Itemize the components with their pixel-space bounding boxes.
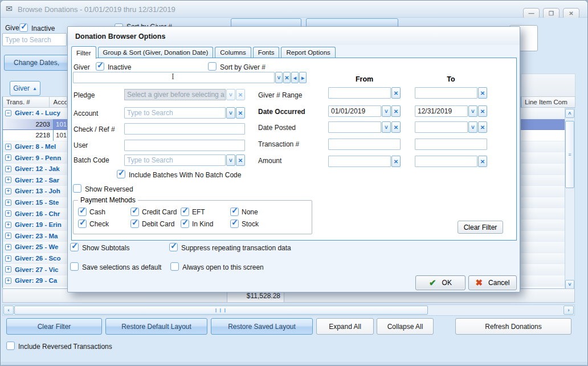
tree-group-row[interactable]: +Giver: 23 - Ma <box>3 231 67 242</box>
scroll-up-button[interactable]: ˄ <box>565 109 574 118</box>
collapse-all-button[interactable]: Collapse All <box>377 318 434 335</box>
clear-button[interactable]: ✕ <box>391 105 401 117</box>
clear-button[interactable]: ✕ <box>391 87 401 99</box>
tree-transaction-row[interactable]: 2203 101 <box>3 119 67 131</box>
batch-code-dropdown-button[interactable]: ˅ <box>226 154 235 166</box>
show-subtotals-checkbox[interactable]: ✓ <box>70 243 79 251</box>
column-header-line-item-comment[interactable]: Line Item Com <box>521 97 567 107</box>
clear-button[interactable]: ✕ <box>478 156 487 167</box>
clear-filter-button[interactable]: Clear Filter <box>6 318 102 335</box>
expand-icon[interactable]: + <box>5 166 11 172</box>
tree-group-row[interactable]: +Giver: 13 - Joh <box>3 186 67 197</box>
inactive-checkbox-bg[interactable]: ✓ <box>19 23 28 32</box>
check-ref-input[interactable] <box>124 123 245 135</box>
expand-icon[interactable]: + <box>5 188 11 194</box>
ok-button[interactable]: ✔ OK <box>415 275 466 290</box>
batch-code-input[interactable] <box>124 154 226 166</box>
horizontal-scrollbar[interactable]: ‹ ❙❙❙ › <box>2 304 575 316</box>
expand-icon[interactable]: + <box>5 144 11 150</box>
expand-icon[interactable]: + <box>5 210 11 217</box>
debit-card-checkbox[interactable]: ✓ <box>130 219 139 228</box>
stock-checkbox[interactable]: ✓ <box>230 219 239 228</box>
giver-dropdown-button[interactable]: ˅ <box>275 72 283 83</box>
giver-clear-button[interactable]: ✕ <box>283 72 291 83</box>
horizontal-scrollbar-thumb[interactable]: ❙❙❙ <box>14 306 428 315</box>
tree-group-row[interactable]: +Giver: 15 - Ste <box>3 197 67 209</box>
eft-checkbox[interactable]: ✓ <box>181 208 189 216</box>
expand-all-button[interactable]: Expand All <box>316 318 374 335</box>
tab-group-sort[interactable]: Group & Sort (Giver, Donation Date) <box>98 47 214 58</box>
calendar-dropdown-button[interactable]: ˅ <box>382 105 391 117</box>
tree-group-row[interactable]: +Giver: 16 - Chr <box>3 208 67 219</box>
tree-group-row[interactable]: +Giver: 25 - We <box>3 242 67 253</box>
in-kind-checkbox[interactable]: ✓ <box>181 219 189 228</box>
save-default-checkbox[interactable]: ✓ <box>70 262 79 271</box>
expand-icon[interactable]: + <box>5 177 11 183</box>
transaction-to-input[interactable] <box>415 139 487 150</box>
column-header-account[interactable]: Acco <box>50 97 67 107</box>
tab-report-options[interactable]: Report Options <box>281 47 335 58</box>
giver-previous-button[interactable]: ◂ <box>291 72 299 83</box>
expand-icon[interactable]: + <box>5 244 11 250</box>
window-titlebar[interactable]: ✉ Browse Donations - 01/01/2019 thru 12/… <box>1 1 587 18</box>
date-occurred-to-input[interactable] <box>415 105 468 117</box>
expand-icon[interactable]: + <box>5 154 11 161</box>
change-dates-button[interactable]: Change Dates, <box>4 55 69 71</box>
tree-group-row[interactable]: +Giver: 12 - Jak <box>3 164 67 175</box>
expand-icon[interactable]: + <box>5 255 11 262</box>
scroll-right-button[interactable]: › <box>564 306 574 315</box>
date-occurred-from-input[interactable] <box>328 105 381 117</box>
expand-icon[interactable]: + <box>5 222 11 228</box>
pledge-dropdown-button[interactable]: ˅ <box>226 89 235 100</box>
clear-button[interactable]: ✕ <box>391 121 401 133</box>
tab-fonts[interactable]: Fonts <box>253 47 280 58</box>
column-header-trans[interactable]: Trans. # <box>3 97 50 107</box>
expand-icon[interactable]: + <box>5 233 11 239</box>
tree-group-row[interactable]: +Giver: 12 - Sar <box>3 175 67 186</box>
show-reversed-checkbox[interactable]: ✓ <box>73 184 81 193</box>
scroll-down-button[interactable]: ˅ <box>565 280 574 289</box>
vertical-scrollbar-thumb[interactable]: ≡ <box>565 121 574 188</box>
tree-group-row[interactable]: − Giver: 4 - Lucy <box>3 108 67 119</box>
clear-button[interactable]: ✕ <box>478 105 487 117</box>
clear-button[interactable]: ✕ <box>391 156 401 167</box>
check-checkbox[interactable]: ✓ <box>78 219 87 228</box>
transaction-from-input[interactable] <box>328 139 401 150</box>
tree-group-row[interactable]: +Giver: 8 - Mel <box>3 141 67 153</box>
account-dropdown-button[interactable]: ˅ <box>226 107 235 119</box>
tree-group-row[interactable]: +Giver: 26 - Sco <box>3 253 67 265</box>
always-open-checkbox[interactable]: ✓ <box>170 262 179 271</box>
calendar-dropdown-button[interactable]: ˅ <box>382 121 391 133</box>
inactive-checkbox[interactable]: ✓ <box>96 62 104 71</box>
dialog-titlebar[interactable]: Donation Browser Options <box>68 27 520 45</box>
restore-saved-layout-button[interactable]: Restore Saved Layout <box>211 318 313 335</box>
tab-filter[interactable]: Filter <box>71 46 96 59</box>
tree-group-row[interactable]: +Giver: 27 - Vic <box>3 264 67 275</box>
expand-icon[interactable]: + <box>5 278 11 284</box>
calendar-dropdown-button[interactable]: ˅ <box>468 121 477 133</box>
amount-to-input[interactable] <box>415 156 477 167</box>
pledge-clear-button[interactable]: ✕ <box>236 89 245 100</box>
giver-range-to-input[interactable] <box>415 87 477 99</box>
clear-button[interactable]: ✕ <box>478 87 487 99</box>
expand-icon[interactable]: + <box>5 266 11 273</box>
tree-group-row[interactable]: +Giver: 19 - Erin <box>3 219 67 231</box>
tree-transaction-row[interactable]: 2218 101 <box>3 130 67 141</box>
dialog-clear-filter-button[interactable]: Clear Filter <box>458 221 503 234</box>
scroll-left-button[interactable]: ‹ <box>3 306 14 315</box>
none-checkbox[interactable]: ✓ <box>230 208 239 216</box>
amount-from-input[interactable] <box>328 156 391 167</box>
collapse-icon[interactable]: − <box>5 110 11 116</box>
giver-sort-button[interactable]: Giver ▲ <box>10 81 40 96</box>
refresh-donations-button[interactable]: Refresh Donations <box>455 318 571 335</box>
vertical-scrollbar[interactable]: ˄ ≡ ˅ <box>565 108 575 290</box>
cash-checkbox[interactable]: ✓ <box>78 208 87 216</box>
account-clear-button[interactable]: ✕ <box>236 107 245 119</box>
giver-range-from-input[interactable] <box>328 87 391 99</box>
account-input[interactable] <box>124 107 226 119</box>
giver-next-button[interactable]: ▸ <box>299 72 307 83</box>
date-posted-to-input[interactable] <box>415 121 468 133</box>
restore-default-layout-button[interactable]: Restore Default Layout <box>105 318 207 335</box>
calendar-dropdown-button[interactable]: ˅ <box>468 105 477 117</box>
suppress-repeating-checkbox[interactable]: ✓ <box>169 243 178 251</box>
